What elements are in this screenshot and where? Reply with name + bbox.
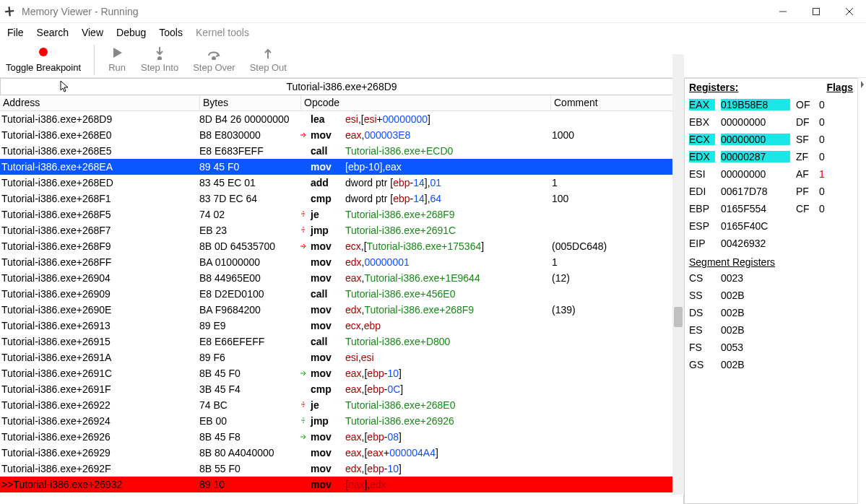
segment-es[interactable]: ES002B — [689, 321, 853, 339]
col-address[interactable]: Address — [0, 95, 199, 110]
scrollbar-thumb[interactable] — [674, 307, 683, 327]
addr-cell: Tutorial-i386.exe+268ED — [0, 177, 199, 188]
addr-cell: Tutorial-i386.exe+2692F — [0, 463, 199, 474]
disasm-row[interactable]: Tutorial-i386.exe+268ED83 45 EC 01adddwo… — [0, 175, 683, 191]
close-button[interactable] — [833, 0, 866, 23]
disasm-row[interactable]: Tutorial-i386.exe+26924EB 00jmpTutorial-… — [0, 413, 683, 429]
register-esi[interactable]: ESI00000000AF1 — [689, 165, 853, 183]
disasm-row[interactable]: Tutorial-i386.exe+2691389 E9movecx,ebp — [0, 318, 683, 334]
disasm-row[interactable]: Tutorial-i386.exe+268D98D B4 26 00000000… — [0, 111, 683, 127]
disasm-row[interactable]: Tutorial-i386.exe+2692F8B 55 F0movedx,[e… — [0, 461, 683, 477]
addr-cell: Tutorial-i386.exe+268D9 — [0, 113, 199, 125]
menu-tools[interactable]: Tools — [159, 27, 183, 38]
menu-kernel-tools[interactable]: Kernel tools — [196, 27, 249, 38]
opcode-cell: call — [300, 288, 345, 300]
operands-cell: Tutorial-i386.exe+ECD0 — [345, 145, 550, 157]
disasm-row[interactable]: Tutorial-i386.exe+2691C8B 45 F0moveax,[e… — [0, 365, 683, 381]
menu-search[interactable]: Search — [37, 27, 69, 38]
col-opcode[interactable]: Opcode — [300, 95, 550, 110]
disasm-row[interactable]: >>Tutorial-i386.exe+2693289 10mov[eax],e… — [0, 477, 683, 492]
disassembly-listing[interactable]: Tutorial-i386.exe+268D98D B4 26 00000000… — [0, 111, 683, 504]
addr-cell: Tutorial-i386.exe+26909 — [0, 288, 199, 300]
bytes-cell: 8B 0D 64535700 — [199, 240, 300, 252]
disasm-row[interactable]: Tutorial-i386.exe+268F574 02jeTutorial-i… — [0, 207, 683, 222]
menu-view[interactable]: View — [82, 27, 103, 38]
disasm-row[interactable]: Tutorial-i386.exe+2690EBA F9684200movedx… — [0, 302, 683, 318]
menu-file[interactable]: File — [7, 27, 24, 38]
operands-cell: eax,[ebp-08] — [345, 431, 550, 443]
disasm-row[interactable]: Tutorial-i386.exe+26904B8 44965E00moveax… — [0, 270, 683, 286]
col-bytes[interactable]: Bytes — [199, 95, 300, 110]
disasm-row[interactable]: Tutorial-i386.exe+268E0B8 E8030000moveax… — [0, 127, 683, 143]
opcode-cell: add — [300, 177, 345, 188]
record-icon — [34, 45, 53, 61]
segment-registers-title: Segment Registers — [689, 256, 853, 268]
operands-cell: ecx,[Tutorial-i386.exe+175364] — [345, 240, 550, 252]
opcode-cell: mov — [300, 161, 345, 173]
toggle-breakpoint-button[interactable]: Toggle Breakpoint — [1, 45, 85, 73]
vertical-scrollbar[interactable] — [672, 54, 684, 495]
svg-point-1 — [39, 48, 48, 56]
register-edx[interactable]: EDX00000287ZF0 — [689, 148, 853, 165]
disasm-row[interactable]: Tutorial-i386.exe+26909E8 D2ED0100callTu… — [0, 286, 683, 302]
disasm-row[interactable]: Tutorial-i386.exe+268E5E8 E683FEFFcallTu… — [0, 143, 683, 159]
register-eax[interactable]: EAX019B58E8OF0 — [689, 96, 853, 113]
register-esp[interactable]: ESP0165F40C — [689, 217, 853, 235]
register-edi[interactable]: EDI00617D78PF0 — [689, 183, 853, 200]
segment-ds[interactable]: DS002B — [689, 304, 853, 321]
disasm-row[interactable]: Tutorial-i386.exe+268F98B 0D 64535700mov… — [0, 238, 683, 254]
disasm-row[interactable]: Tutorial-i386.exe+268FFBA 01000000movedx… — [0, 254, 683, 270]
disasm-row[interactable]: Tutorial-i386.exe+268EA89 45 F0mov[ebp-1… — [0, 159, 683, 175]
opcode-cell: call — [300, 336, 345, 347]
comment-cell: 1 — [550, 177, 683, 188]
disasm-row[interactable]: Tutorial-i386.exe+268F7EB 23jmpTutorial-… — [0, 222, 683, 238]
opcode-cell: mov — [300, 431, 345, 443]
right-splitter[interactable] — [857, 78, 866, 504]
addr-cell: Tutorial-i386.exe+26924 — [0, 415, 199, 427]
operands-cell: ecx,ebp — [345, 320, 550, 331]
segment-fs[interactable]: FS0053 — [689, 339, 853, 356]
register-ecx[interactable]: ECX00000000SF0 — [689, 131, 853, 148]
segment-gs[interactable]: GS002B — [689, 356, 853, 373]
bytes-cell: E8 D2ED0100 — [199, 288, 300, 300]
opcode-cell: mov — [300, 447, 345, 459]
opcode-cell: mov — [300, 352, 345, 363]
opcode-cell: mov — [300, 320, 345, 331]
register-eip[interactable]: EIP00426932 — [689, 235, 853, 252]
register-ebx[interactable]: EBX00000000DF0 — [689, 113, 853, 131]
operands-cell: Tutorial-i386.exe+D800 — [345, 336, 550, 347]
cursor-icon — [60, 80, 70, 95]
step-over-button: Step Over — [189, 45, 240, 73]
opcode-cell: mov — [300, 479, 345, 490]
minimize-button[interactable] — [766, 0, 800, 23]
operands-cell: Tutorial-i386.exe+268F9 — [345, 209, 550, 220]
segment-ss[interactable]: SS002B — [689, 287, 853, 304]
bytes-cell: 74 BC — [199, 399, 300, 411]
comment-cell: (005DC648) — [550, 240, 683, 252]
disasm-row[interactable]: Tutorial-i386.exe+2691F3B 45 F4cmpeax,[e… — [0, 381, 683, 397]
addr-cell: Tutorial-i386.exe+268E5 — [0, 145, 199, 157]
operands-cell: eax,Tutorial-i386.exe+1E9644 — [345, 272, 550, 284]
run-button: Run — [103, 45, 131, 73]
opcode-cell: cmp — [300, 193, 345, 204]
location-bar[interactable]: Tutorial-i386.exe+268D9 — [0, 78, 683, 95]
addr-cell: Tutorial-i386.exe+268F9 — [0, 240, 199, 252]
bytes-cell: 83 45 EC 01 — [199, 177, 300, 188]
register-ebp[interactable]: EBP0165F554CF0 — [689, 200, 853, 217]
segment-cs[interactable]: CS0023 — [689, 269, 853, 287]
disasm-row[interactable]: Tutorial-i386.exe+269268B 45 F8moveax,[e… — [0, 429, 683, 445]
bytes-cell: 8B 55 F0 — [199, 463, 300, 474]
svg-point-2 — [157, 56, 162, 60]
maximize-button[interactable] — [800, 0, 833, 23]
disasm-row[interactable]: Tutorial-i386.exe+269298B 80 A4040000mov… — [0, 445, 683, 461]
disasm-row[interactable]: Tutorial-i386.exe+2691A89 F6movesi,esi — [0, 349, 683, 365]
operands-cell: Tutorial-i386.exe+268E0 — [345, 399, 550, 411]
addr-cell: Tutorial-i386.exe+26913 — [0, 320, 199, 331]
menu-debug[interactable]: Debug — [116, 27, 146, 38]
col-comment[interactable]: Comment▲ — [550, 95, 683, 110]
disasm-row[interactable]: Tutorial-i386.exe+2692274 BCjeTutorial-i… — [0, 397, 683, 413]
disasm-row[interactable]: Tutorial-i386.exe+26915E8 E66EFEFFcallTu… — [0, 334, 683, 349]
operands-cell: eax,[ebp-10] — [345, 368, 550, 379]
operands-cell: Tutorial-i386.exe+456E0 — [345, 288, 550, 300]
disasm-row[interactable]: Tutorial-i386.exe+268F183 7D EC 64cmpdwo… — [0, 191, 683, 207]
